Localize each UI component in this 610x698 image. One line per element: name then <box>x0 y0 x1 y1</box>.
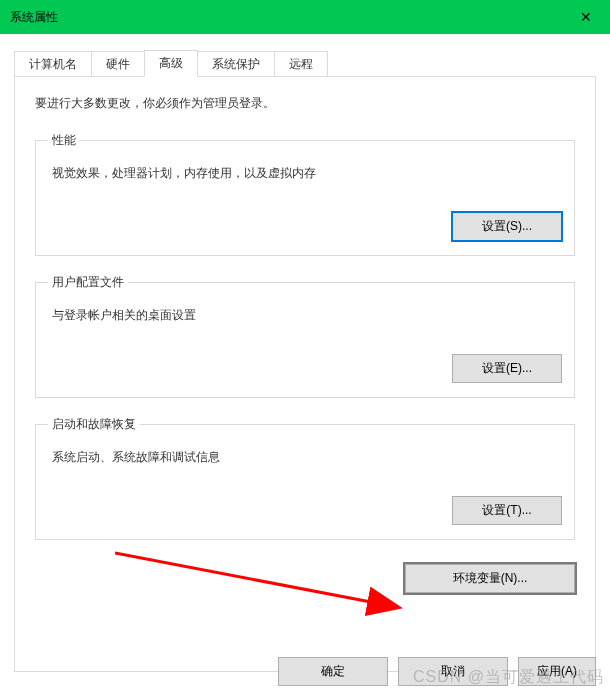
startup-recovery-legend: 启动和故障恢复 <box>48 416 140 433</box>
cancel-button[interactable]: 取消 <box>398 657 508 686</box>
performance-legend: 性能 <box>48 132 80 149</box>
tab-computer-name[interactable]: 计算机名 <box>14 51 92 77</box>
tab-advanced[interactable]: 高级 <box>144 50 198 77</box>
performance-desc: 视觉效果，处理器计划，内存使用，以及虚拟内存 <box>52 165 562 182</box>
titlebar: 系统属性 ✕ <box>0 0 610 34</box>
close-button[interactable]: ✕ <box>562 0 610 34</box>
startup-recovery-settings-button[interactable]: 设置(T)... <box>452 496 562 525</box>
startup-recovery-desc: 系统启动、系统故障和调试信息 <box>52 449 562 466</box>
tab-hardware[interactable]: 硬件 <box>91 51 145 77</box>
user-profiles-section: 用户配置文件 与登录帐户相关的桌面设置 设置(E)... <box>35 274 575 398</box>
startup-recovery-section: 启动和故障恢复 系统启动、系统故障和调试信息 设置(T)... <box>35 416 575 540</box>
performance-section: 性能 视觉效果，处理器计划，内存使用，以及虚拟内存 设置(S)... <box>35 132 575 256</box>
environment-variables-button[interactable]: 环境变量(N)... <box>405 564 575 593</box>
tab-remote[interactable]: 远程 <box>274 51 328 77</box>
close-icon: ✕ <box>580 9 592 25</box>
intro-text: 要进行大多数更改，你必须作为管理员登录。 <box>35 95 575 112</box>
user-profiles-legend: 用户配置文件 <box>48 274 128 291</box>
dialog-footer: 确定 取消 应用(A) <box>278 657 596 686</box>
window-title: 系统属性 <box>10 9 58 26</box>
apply-button[interactable]: 应用(A) <box>518 657 596 686</box>
performance-settings-button[interactable]: 设置(S)... <box>452 212 562 241</box>
user-profiles-desc: 与登录帐户相关的桌面设置 <box>52 307 562 324</box>
tab-strip: 计算机名 硬件 高级 系统保护 远程 <box>14 50 610 76</box>
advanced-panel: 要进行大多数更改，你必须作为管理员登录。 性能 视觉效果，处理器计划，内存使用，… <box>14 76 596 672</box>
ok-button[interactable]: 确定 <box>278 657 388 686</box>
tab-system-protection[interactable]: 系统保护 <box>197 51 275 77</box>
user-profiles-settings-button[interactable]: 设置(E)... <box>452 354 562 383</box>
